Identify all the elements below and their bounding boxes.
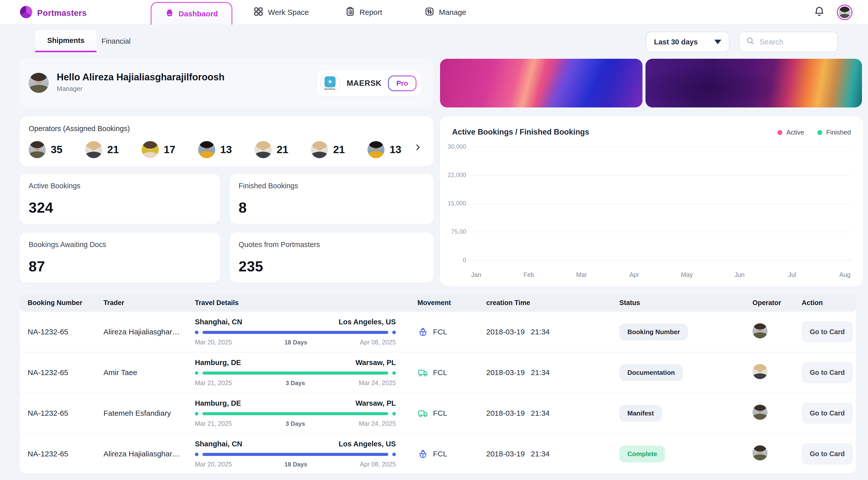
- movement-type: FCL: [433, 409, 447, 417]
- movement-type: FCL: [433, 450, 447, 458]
- operator-avatar: [29, 141, 46, 158]
- go-to-card-button[interactable]: Go to Card: [802, 321, 853, 343]
- maersk-logo-icon: ✶ MAERSK: [320, 73, 340, 93]
- column-header: Movement: [413, 299, 482, 307]
- truck-icon: [417, 408, 429, 419]
- duration: 3 Days: [285, 380, 305, 387]
- promo-banner-2: [646, 59, 862, 107]
- depart-date: Mar 20, 2025: [195, 339, 232, 346]
- x-tick-label: Jul: [788, 271, 796, 279]
- legend-item-active: Active: [777, 129, 804, 136]
- operators-title: Operators (Assigned Bookings): [29, 125, 130, 133]
- creation-date: 2018-03-19: [486, 450, 525, 458]
- go-to-card-button[interactable]: Go to Card: [802, 362, 853, 383]
- operator-item: 21: [255, 141, 288, 158]
- search-input[interactable]: [760, 38, 831, 46]
- maersk-star-icon: ✶: [324, 76, 336, 87]
- operator-count: 35: [51, 143, 63, 156]
- y-tick-label: 22,000: [448, 171, 466, 179]
- operator-avatar: [752, 445, 768, 460]
- bookings-table-card: Booking Number Trader Travel Details Mov…: [20, 294, 856, 474]
- operator-avatar: [255, 141, 272, 158]
- operator-avatar: [752, 323, 768, 339]
- legend-item-finished: Finished: [817, 129, 851, 136]
- operators-list: 35211713212113: [29, 139, 401, 160]
- nav-item-manage[interactable]: Manage: [425, 6, 466, 18]
- user-avatar[interactable]: [838, 5, 851, 19]
- y-tick-label: 30,000: [448, 143, 466, 150]
- truck-icon: [417, 367, 429, 378]
- route-progress-bar: [195, 453, 396, 456]
- y-tick-label: 15,000: [448, 200, 466, 207]
- tab-shipments[interactable]: Shipments: [35, 30, 96, 52]
- legend-dot-active: [777, 130, 782, 135]
- table-header: Booking Number Trader Travel Details Mov…: [20, 294, 856, 312]
- operator-count: 13: [390, 143, 401, 156]
- sliders-icon: [425, 6, 434, 18]
- tab-financial[interactable]: Financial: [89, 30, 143, 52]
- go-to-card-button[interactable]: Go to Card: [802, 403, 853, 424]
- brand-logo-icon: [20, 5, 33, 21]
- table-row: NA-1232-65Alireza Hajialiasgharaj...Shan…: [20, 434, 856, 474]
- stat-label: Bookings Awaiting Docs: [29, 241, 211, 249]
- go-to-card-button[interactable]: Go to Card: [802, 443, 853, 465]
- table-body: NA-1232-65Alireza Hajialiasgharaj...Shan…: [20, 312, 856, 474]
- operator-avatar: [311, 141, 328, 158]
- nav-item-label: Report: [360, 8, 382, 17]
- operator-count: 21: [333, 143, 345, 156]
- legend-dot-finished: [817, 130, 822, 135]
- x-tick-label: Apr: [629, 271, 639, 279]
- brand[interactable]: Portmasters: [20, 5, 87, 21]
- operator-count: 17: [164, 143, 176, 156]
- x-tick-label: Jan: [471, 271, 481, 279]
- origin-city: Hamburg, DE: [195, 358, 241, 367]
- column-header: Status: [615, 299, 748, 307]
- stat-label: Quotes from Portmasters: [239, 241, 425, 249]
- grid-icon: [253, 6, 264, 18]
- table-row: NA-1232-65Amir TaeeHamburg, DEWarsaw, PL…: [20, 352, 856, 393]
- duration: 18 Days: [285, 339, 307, 346]
- nav-item-label: Werk Space: [268, 8, 309, 17]
- bell-icon[interactable]: [814, 6, 825, 19]
- travel-details: Shanghai, CNLos Angeles, USMar 20, 20251…: [191, 318, 413, 346]
- booking-number: NA-1232-65: [24, 409, 99, 417]
- depart-date: Mar 20, 2025: [195, 461, 232, 468]
- stat-label: Finished Bookings: [239, 182, 425, 190]
- nav-item-workspace[interactable]: Werk Space: [253, 6, 309, 18]
- trader-name: Alireza Hajialiasgharaj...: [99, 450, 191, 458]
- duration: 18 Days: [285, 461, 307, 468]
- trader-name: Amir Taee: [99, 368, 191, 377]
- date-range-value: Last 30 days: [654, 38, 698, 46]
- nav-item-report[interactable]: Report: [345, 6, 382, 18]
- column-header: creation Time: [482, 299, 615, 307]
- duration: 3 Days: [285, 420, 305, 427]
- operator-item: 13: [367, 141, 401, 158]
- creation-date: 2018-03-19: [486, 368, 525, 377]
- clipboard-icon: [345, 6, 355, 18]
- booking-number: NA-1232-65: [24, 450, 99, 458]
- top-navbar: Portmasters Dashbaord Werk Space Report: [0, 0, 868, 25]
- route-progress-bar: [195, 331, 396, 334]
- creation-clock: 21:34: [531, 368, 550, 377]
- creation-date: 2018-03-19: [486, 328, 525, 336]
- origin-city: Shanghai, CN: [195, 440, 242, 448]
- operator-avatar: [142, 141, 159, 158]
- stat-value: 324: [29, 199, 211, 216]
- operator-count: 21: [107, 143, 119, 156]
- route-progress-bar: [195, 371, 396, 375]
- main-nav: Dashbaord Werk Space Report Manage: [151, 0, 466, 25]
- creation-time: 2018-03-1921:34: [482, 450, 615, 458]
- y-tick-label: 0: [463, 257, 466, 264]
- column-header: Booking Number: [24, 299, 99, 307]
- destination-city: Los Angeles, US: [339, 440, 396, 448]
- arrive-date: Apr 08, 2025: [360, 339, 396, 346]
- boat-icon: [165, 8, 174, 19]
- chart-plot: [470, 147, 851, 260]
- bookings-chart-card: Active Bookings / Finished Bookings Acti…: [440, 117, 863, 286]
- date-range-select[interactable]: Last 30 days: [646, 32, 730, 52]
- chevron-right-icon[interactable]: [411, 141, 425, 155]
- destination-city: Warsaw, PL: [355, 399, 396, 408]
- nav-item-dashboard[interactable]: Dashbaord: [151, 2, 232, 25]
- gridline: [470, 260, 851, 261]
- search-box: [739, 32, 838, 52]
